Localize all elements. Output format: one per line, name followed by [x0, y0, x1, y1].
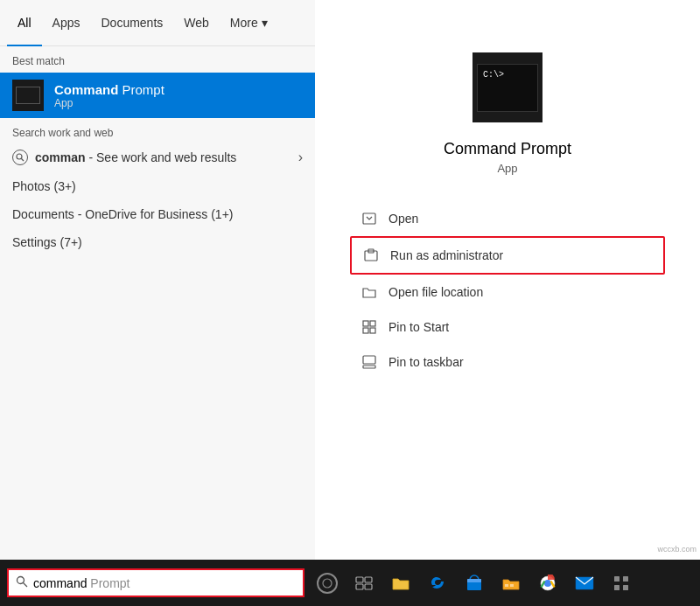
open-icon: [360, 210, 378, 227]
svg-rect-2: [363, 213, 375, 224]
best-match-item[interactable]: Command Prompt App: [0, 73, 315, 118]
svg-rect-28: [614, 585, 620, 590]
search-results-content: Best match Command Prompt App Search wor…: [0, 46, 315, 560]
action-pin-taskbar[interactable]: Pin to taskbar: [350, 345, 665, 380]
svg-rect-26: [614, 576, 620, 582]
svg-line-13: [24, 583, 28, 588]
edge-button[interactable]: [420, 560, 455, 606]
chrome-button[interactable]: [530, 560, 565, 606]
terminal-large-icon: [477, 64, 538, 112]
app-icon-large: [472, 52, 542, 122]
action-pin-taskbar-label: Pin to taskbar: [388, 355, 464, 369]
action-open-file-location[interactable]: Open file location: [350, 275, 665, 310]
action-run-as-admin[interactable]: Run as administrator: [350, 236, 665, 275]
svg-rect-17: [356, 584, 363, 589]
svg-point-12: [18, 577, 24, 584]
task-view-button[interactable]: [346, 560, 382, 606]
tab-web[interactable]: Web: [173, 0, 220, 46]
svg-rect-22: [510, 584, 514, 587]
action-pin-start-label: Pin to Start: [388, 320, 449, 334]
action-open[interactable]: Open: [350, 201, 665, 236]
chevron-right-icon: ›: [298, 150, 303, 165]
action-open-label: Open: [388, 212, 418, 226]
search-web-section-label: Search work and web: [0, 118, 315, 143]
best-match-title: Command Prompt: [54, 82, 164, 97]
best-match-text: Command Prompt App: [54, 82, 164, 109]
mail-button[interactable]: [567, 560, 602, 606]
settings-result-text: Settings (7+): [12, 235, 82, 249]
svg-rect-9: [370, 328, 375, 333]
svg-point-24: [544, 580, 551, 587]
search-web-text: comman - See work and web results: [35, 150, 236, 164]
svg-rect-6: [363, 321, 368, 326]
svg-rect-21: [505, 584, 508, 587]
photos-result[interactable]: Photos (3+): [0, 172, 315, 200]
tab-more[interactable]: More ▾: [220, 0, 278, 46]
store-button[interactable]: [457, 560, 492, 606]
cortana-circle-icon: [317, 573, 338, 594]
best-match-subtitle: App: [54, 97, 164, 109]
cortana-button[interactable]: [310, 560, 345, 606]
svg-rect-20: [467, 579, 481, 582]
taskbar-search-icon: [16, 575, 28, 590]
best-match-label: Best match: [0, 46, 315, 73]
svg-point-0: [17, 154, 22, 159]
tab-apps[interactable]: Apps: [42, 0, 91, 46]
svg-rect-10: [363, 356, 375, 364]
action-pin-start[interactable]: Pin to Start: [350, 310, 665, 345]
tab-all[interactable]: All: [7, 0, 42, 46]
pin-taskbar-icon: [360, 353, 378, 371]
svg-rect-18: [365, 584, 372, 589]
app-type: App: [497, 162, 517, 175]
tab-documents[interactable]: Documents: [90, 0, 173, 46]
right-panel: Command Prompt App Open Run as administr…: [315, 0, 700, 560]
taskbar-search-text: command Prompt: [33, 576, 130, 590]
pin-start-icon: [360, 318, 378, 336]
svg-rect-16: [365, 577, 372, 582]
search-panel: All Apps Documents Web More ▾ Best match…: [0, 0, 315, 560]
tabs-bar: All Apps Documents Web More ▾: [0, 0, 315, 46]
taskbar: command Prompt: [0, 560, 700, 606]
action-list: Open Run as administrator Open file loca…: [315, 201, 700, 380]
app-title: Command Prompt: [444, 140, 571, 158]
taskbar-search-box[interactable]: command Prompt: [7, 568, 304, 597]
terminal-icon-inner: [16, 87, 40, 104]
search-circle-icon: [12, 150, 28, 165]
svg-point-14: [323, 579, 332, 588]
folder-button[interactable]: [494, 560, 528, 606]
file-explorer-button[interactable]: [383, 560, 418, 606]
svg-rect-27: [623, 576, 628, 582]
action-admin-label: Run as administrator: [390, 248, 503, 262]
svg-rect-29: [623, 585, 628, 590]
svg-rect-15: [356, 577, 363, 582]
svg-rect-8: [363, 328, 368, 333]
documents-result-text: Documents - OneDrive for Business (1+): [12, 207, 233, 221]
command-prompt-icon: [12, 80, 44, 111]
folder-icon: [360, 283, 378, 301]
watermark: wccxb.com: [657, 545, 696, 554]
svg-line-1: [22, 159, 24, 162]
search-web-item[interactable]: comman - See work and web results ›: [0, 143, 315, 172]
svg-rect-19: [467, 582, 481, 590]
more-apps-button[interactable]: [604, 560, 639, 606]
svg-rect-7: [370, 321, 375, 326]
photos-result-text: Photos (3+): [12, 179, 76, 193]
action-file-location-label: Open file location: [388, 285, 483, 299]
chevron-down-icon: ▾: [262, 16, 268, 30]
taskbar-icons: [310, 560, 639, 606]
admin-icon: [362, 247, 380, 264]
settings-result[interactable]: Settings (7+): [0, 228, 315, 256]
documents-result[interactable]: Documents - OneDrive for Business (1+): [0, 200, 315, 228]
svg-rect-11: [363, 366, 375, 368]
